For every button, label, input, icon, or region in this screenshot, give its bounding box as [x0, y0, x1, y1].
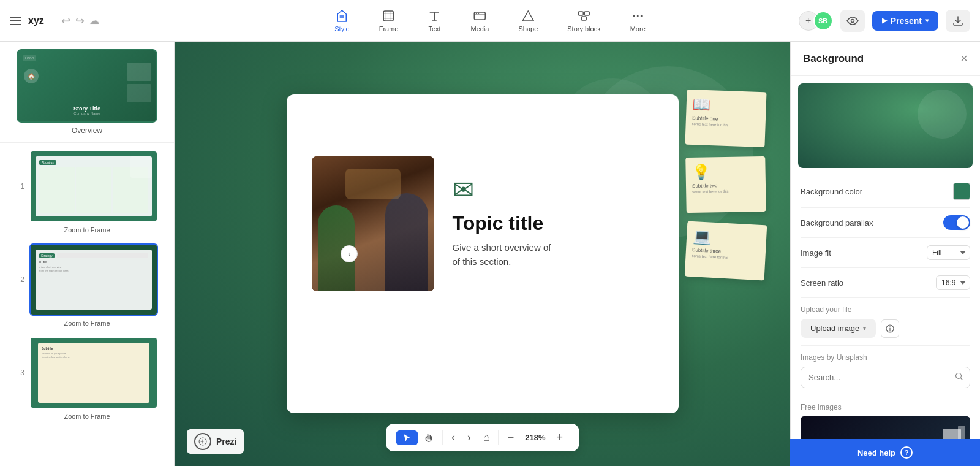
export-button[interactable]	[946, 10, 970, 32]
toolbar-shape[interactable]: Shape	[513, 6, 543, 36]
need-help-bar[interactable]: Need help ?	[790, 439, 980, 466]
slide1-tag: About us	[39, 160, 56, 165]
cursor-icon	[402, 433, 412, 443]
app-name: xyz	[28, 15, 44, 26]
frame-label: Frame	[379, 25, 399, 32]
image-fit-select[interactable]: Fill Fit Stretch	[927, 245, 970, 260]
toolbar-left: xyz ↩ ↪ ☁	[10, 14, 99, 28]
svg-point-2	[476, 13, 477, 14]
toolbar-divider	[442, 430, 443, 445]
overview-label: Overview	[72, 126, 102, 135]
select-tool-button[interactable]	[396, 430, 418, 445]
slide-list: 1 About us	[0, 150, 174, 420]
slide-thumb-wrapper-1: 1 About us	[16, 150, 158, 223]
toolbar-frame[interactable]: Frame	[374, 6, 404, 36]
toolbar-media[interactable]: Media	[466, 6, 494, 36]
slide-label-3: Zoom to Frame	[64, 413, 110, 420]
preview-button[interactable]	[840, 10, 865, 32]
info-icon	[886, 324, 894, 333]
sticky-notes: 📖 Subtitle one some text here for this 💡…	[686, 91, 766, 278]
toolbar-style[interactable]: Style	[330, 6, 354, 36]
sticky-icon-3: 💻	[692, 227, 760, 248]
slide-thumbnail-2[interactable]: Strategy dTitle d is a short overviewfro…	[29, 243, 158, 316]
sticky-note-1-text: some text here for this	[692, 122, 760, 128]
present-label: Present	[891, 16, 922, 26]
redo-button[interactable]: ↪	[75, 14, 85, 28]
overview-thumbnail[interactable]: LOGO 🏠 Story Title Company Name	[17, 49, 157, 123]
slide3-title: Subtitle	[42, 346, 146, 350]
sticky-note-3: 💻 Subtitle three some text here for this	[685, 221, 767, 281]
toolbar-text[interactable]: Text	[423, 6, 446, 36]
info-button[interactable]	[881, 319, 899, 338]
svg-marker-4	[522, 11, 533, 21]
hamburger-icon[interactable]	[10, 17, 21, 25]
background-color-row: Background color	[801, 175, 970, 208]
overview-thumb-inner: LOGO 🏠 Story Title Company Name	[18, 50, 156, 121]
style-label: Style	[334, 25, 349, 32]
envelope-icon: ✉	[453, 175, 551, 205]
topic-subtitle: Give a short overview ofof this section.	[453, 241, 551, 269]
story-title: Story Title	[74, 105, 100, 112]
panel-title: Background	[803, 53, 864, 65]
search-button[interactable]	[949, 367, 970, 388]
svg-point-14	[889, 326, 891, 327]
hand-tool-button[interactable]	[418, 430, 440, 445]
svg-rect-6	[584, 12, 589, 15]
sticky-icon-1: 📖	[692, 96, 760, 115]
collapse-sidebar-button[interactable]: ‹	[341, 245, 358, 262]
present-button[interactable]: ▶ Present ▾	[872, 11, 938, 31]
toolbar-divider-2	[499, 430, 499, 445]
slide-label-2: Zoom to Frame	[64, 319, 110, 327]
upload-section: Upload your file Upload image ▾	[801, 298, 970, 346]
text-icon	[428, 9, 441, 23]
toolbar-story-block[interactable]: Story block	[562, 6, 605, 36]
slide-thumbnail-1[interactable]: About us	[29, 150, 158, 223]
slide-label-1: Zoom to Frame	[64, 226, 110, 234]
export-icon	[952, 15, 963, 26]
background-parallax-toggle[interactable]	[943, 215, 970, 230]
play-icon: ▶	[882, 17, 887, 25]
prezi-watermark: Prezi	[187, 429, 244, 454]
slide-thumbnail-3[interactable]: Subtitle Expand on your pointsfrom the l…	[29, 337, 158, 409]
next-slide-button[interactable]: ›	[461, 429, 477, 446]
unsplash-search-input[interactable]	[801, 368, 949, 387]
search-icon	[955, 372, 963, 381]
svg-point-3	[478, 13, 479, 14]
home-icon: 🏠	[24, 69, 39, 83]
slide-thumb-wrapper-3: 3 Subtitle Expand on your pointsfrom the…	[16, 337, 158, 409]
canvas-area[interactable]: ✉ Topic title Give a short overview ofof…	[175, 42, 790, 466]
list-item[interactable]: 2 Strategy dTitle d is a short overviewf…	[10, 243, 164, 327]
toolbar-more[interactable]: More	[625, 6, 650, 36]
svg-point-8	[633, 15, 635, 17]
media-icon	[473, 9, 486, 23]
bottom-toolbar: ‹ › ⌂ − 218% +	[386, 424, 579, 451]
image-fit-row: Image fit Fill Fit Stretch	[801, 238, 970, 268]
home-button[interactable]: ⌂	[477, 429, 496, 446]
zoom-out-button[interactable]: −	[502, 429, 521, 446]
svg-rect-0	[384, 11, 394, 21]
background-parallax-row: Background parallax	[801, 208, 970, 238]
toolbar: xyz ↩ ↪ ☁ Style Frame Text	[0, 0, 980, 42]
toolbar-center: Style Frame Text Media	[330, 6, 650, 36]
zoom-in-button[interactable]: +	[551, 429, 570, 446]
panel-close-button[interactable]: ×	[960, 52, 968, 66]
svg-rect-7	[581, 17, 586, 20]
screen-ratio-select[interactable]: 16:9 4:3 1:1	[936, 275, 970, 290]
story-block-icon	[577, 9, 590, 23]
upload-row: Upload image ▾	[801, 319, 970, 338]
prev-slide-button[interactable]: ‹	[445, 429, 461, 446]
background-color-swatch[interactable]	[953, 183, 970, 200]
upload-image-button[interactable]: Upload image ▾	[801, 319, 876, 338]
image-fit-label: Image fit	[801, 248, 831, 258]
svg-point-11	[851, 19, 854, 22]
slide-number-1: 1	[16, 182, 24, 191]
undo-button[interactable]: ↩	[61, 14, 70, 28]
background-parallax-label: Background parallax	[801, 218, 873, 227]
sticky-note-2-title: Subtitle two	[692, 182, 760, 189]
unsplash-label: Images by Unsplash	[801, 353, 970, 362]
list-item[interactable]: 1 About us	[10, 150, 164, 234]
list-item[interactable]: 3 Subtitle Expand on your pointsfrom the…	[10, 337, 164, 420]
media-label: Media	[470, 25, 489, 32]
sticky-icon-2: 💡	[692, 162, 759, 181]
upload-label-text: Upload image	[810, 324, 859, 333]
